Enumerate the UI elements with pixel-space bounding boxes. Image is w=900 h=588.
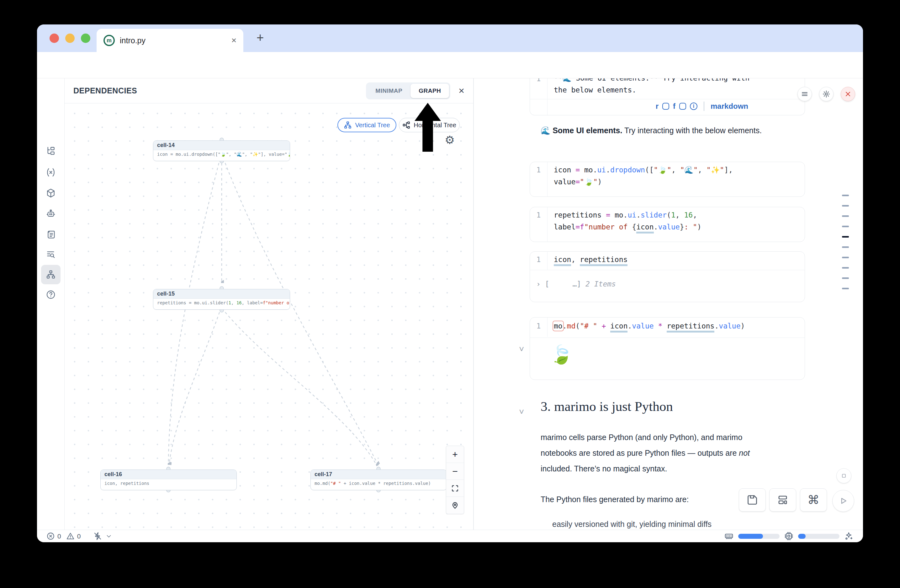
collapsed-count: 2 Items <box>585 280 616 288</box>
code-line[interactable]: value="🍃") <box>554 178 602 186</box>
code-cell-dropdown[interactable]: 1 icon = mo.ui.dropdown(["🍃", "🌊", "✨"],… <box>530 162 805 197</box>
graph-node-title: cell-14 <box>154 141 290 150</box>
packages-icon[interactable] <box>41 183 61 203</box>
window-minimize-button[interactable] <box>65 34 74 43</box>
cpu-icon <box>784 531 794 541</box>
command-key-icon: ⌘ <box>807 493 819 507</box>
scroll-mark[interactable] <box>842 195 849 196</box>
code-line[interactable]: mo.md("# " + icon.value * repetitions.va… <box>554 322 745 330</box>
layout-button[interactable] <box>769 488 796 512</box>
code-line[interactable]: **🌊 Some UI elements.** Try interacting … <box>554 78 749 82</box>
close-icon <box>844 90 852 98</box>
graph-node-cell-14[interactable]: cell-14 icon = mo.ui.dropdown(["🍃", "🌊",… <box>153 141 290 161</box>
window-zoom-button[interactable] <box>81 34 90 43</box>
help-icon[interactable] <box>41 285 61 304</box>
tab-minimap[interactable]: MINIMAP <box>367 84 411 98</box>
dependency-graph-canvas[interactable]: cell-14 icon = mo.ui.dropdown(["🍃", "🌊",… <box>65 104 473 530</box>
section-paragraph: marimo cells parse Python (and only Pyth… <box>541 429 767 477</box>
graph-zoom-controls: + − <box>446 446 464 514</box>
scroll-mark[interactable] <box>842 288 849 289</box>
code-cell-momd[interactable]: 1 mo.md("# " + icon.value * repetitions.… <box>530 317 805 380</box>
config-f-label: f <box>673 102 675 111</box>
markdown-mode-label[interactable]: markdown <box>711 102 748 111</box>
ai-sparkle-icon[interactable] <box>844 531 853 541</box>
section-collapse-chevron-icon[interactable]: ˅ <box>519 407 524 417</box>
scroll-mark[interactable] <box>842 257 849 258</box>
code-line[interactable]: icon = mo.ui.dropdown(["🍃", "🌊", "✨"], <box>554 166 733 174</box>
chevron-down-icon[interactable] <box>106 533 112 540</box>
vertical-tree-label: Vertical Tree <box>355 122 390 129</box>
graph-node-cell-16[interactable]: cell-16 icon, repetitions <box>100 469 237 490</box>
horizontal-tree-label: Horizontal Tree <box>414 122 456 129</box>
scroll-mark[interactable] <box>842 277 849 279</box>
tab-graph[interactable]: GRAPH <box>411 84 449 98</box>
fit-view-button[interactable] <box>446 480 464 497</box>
warnings-icon[interactable] <box>66 532 74 540</box>
save-button[interactable] <box>739 488 766 512</box>
variables-icon[interactable] <box>41 162 61 182</box>
panel-close-icon[interactable]: × <box>458 85 464 96</box>
clipped-text-line: easily versioned with git, yielding mini… <box>552 520 712 529</box>
stop-button[interactable] <box>836 468 851 483</box>
zoom-out-button[interactable]: − <box>446 463 464 480</box>
tab-close-icon[interactable]: × <box>231 36 236 45</box>
scroll-mark[interactable] <box>842 267 849 269</box>
shortcuts-button[interactable]: ⌘ <box>800 488 827 512</box>
graph-node-cell-15[interactable]: cell-15 repetitions = mo.ui.slider(1, 16… <box>153 289 290 309</box>
zoom-in-button[interactable]: + <box>446 446 464 463</box>
scroll-mark[interactable] <box>842 236 849 238</box>
graph-node-title: cell-15 <box>154 289 290 299</box>
collapsed-output[interactable]: › [ …] 2 Items <box>536 280 616 288</box>
code-cell-slider[interactable]: 1 repetitions = mo.ui.slider(1, 16, labe… <box>530 207 805 242</box>
scroll-mark[interactable] <box>842 205 849 207</box>
run-checkbox[interactable] <box>662 103 669 110</box>
cell-scroll-minimap[interactable] <box>842 195 849 298</box>
run-all-button[interactable] <box>832 490 854 512</box>
markdown-output: 🌊 Some UI elements. Try interacting with… <box>541 126 762 135</box>
code-line[interactable]: icon, repetitions <box>554 255 627 264</box>
notebook-menu-button[interactable] <box>798 87 812 101</box>
dependencies-icon[interactable] <box>41 265 61 284</box>
config-divider <box>704 102 704 111</box>
format-checkbox[interactable] <box>679 103 686 110</box>
graph-settings-icon[interactable]: ⚙ <box>445 133 455 147</box>
new-tab-button[interactable]: + <box>256 31 264 45</box>
markdown-source-cell[interactable]: 1 **🌊 Some UI elements.** Try interactin… <box>530 78 805 115</box>
browser-tabstrip: m intro.py × + <box>37 25 863 52</box>
scroll-mark[interactable] <box>842 246 849 248</box>
graph-edges <box>65 104 473 530</box>
left-icon-sidebar <box>37 78 65 530</box>
graph-node-title: cell-17 <box>311 470 447 479</box>
collapse-chevron-icon[interactable]: ˅ <box>519 344 524 354</box>
code-cell-tuple[interactable]: 1 icon, repetitions › [ …] 2 Items <box>530 251 805 302</box>
errors-icon[interactable] <box>47 532 55 540</box>
scroll-mark[interactable] <box>842 215 849 217</box>
graph-node-cell-17[interactable]: cell-17 mo.md("# " + icon.value * repeti… <box>310 469 447 490</box>
md-output-bold: Some UI elements. <box>552 126 622 135</box>
autorun-disabled-icon[interactable] <box>93 532 102 541</box>
code-line[interactable]: the below elements. <box>554 86 636 94</box>
locate-button[interactable] <box>446 497 464 514</box>
expand-chevron-icon[interactable]: › <box>536 280 541 288</box>
snippets-icon[interactable] <box>41 225 61 244</box>
memory-progress-bar <box>738 534 780 539</box>
horizontal-tree-icon <box>402 121 411 129</box>
dependencies-panel: DEPENDENCIES MINIMAP GRAPH × <box>65 78 473 530</box>
cell-config-row: r f i markdown <box>656 102 748 111</box>
code-line[interactable]: label=f"number of {icon.value}: ") <box>554 223 701 231</box>
scroll-mark[interactable] <box>842 226 849 227</box>
browser-tab[interactable]: m intro.py × <box>96 29 244 52</box>
stop-icon <box>841 473 847 479</box>
vertical-tree-button[interactable]: Vertical Tree <box>337 118 396 132</box>
ai-assistant-icon[interactable] <box>41 204 61 223</box>
vertical-tree-icon <box>344 121 352 129</box>
window-close-button[interactable] <box>50 34 59 43</box>
warning-count: 0 <box>77 532 81 540</box>
section-line: The Python files generated by marimo are… <box>541 492 767 507</box>
notebook-shutdown-button[interactable] <box>841 87 855 101</box>
config-info-icon[interactable]: i <box>690 102 697 110</box>
code-line[interactable]: repetitions = mo.ui.slider(1, 16, <box>554 211 697 219</box>
file-explorer-icon[interactable] <box>41 141 61 161</box>
logs-search-icon[interactable] <box>41 245 61 264</box>
notebook-settings-button[interactable] <box>819 87 833 101</box>
